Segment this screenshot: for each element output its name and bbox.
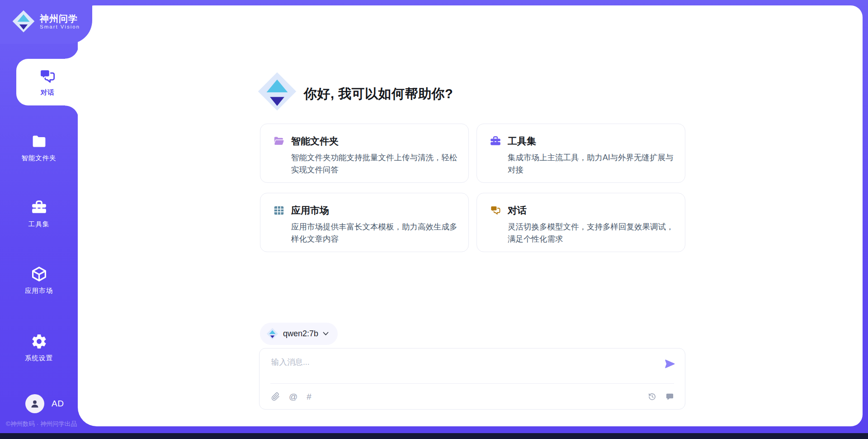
avatar	[25, 394, 44, 413]
card-description: 灵活切换多模型文件，支持多样回复效果调试，满足个性化需求	[508, 221, 677, 245]
sidebar-item-toolbox[interactable]: 工具集	[0, 199, 78, 229]
feature-cards: 智能文件夹 智能文件夹功能支持批量文件上传与清洗，轻松实现文件问答 工具集 集成…	[260, 124, 685, 252]
sidebar-item-settings[interactable]: 系统设置	[0, 333, 78, 363]
card-title: 工具集	[508, 135, 536, 148]
message-icon[interactable]	[665, 392, 674, 401]
toolbox-icon	[490, 135, 501, 147]
hashtag-icon[interactable]: #	[307, 392, 311, 401]
bottom-bar	[0, 433, 868, 439]
sidebar-item-label: 对话	[41, 88, 55, 97]
message-input[interactable]	[271, 358, 658, 367]
card-toolbox[interactable]: 工具集 集成市场上主流工具，助力AI与外界无缝扩展与对接	[476, 124, 685, 183]
user-initials: AD	[52, 399, 64, 409]
folder-open-icon	[273, 135, 285, 147]
composer-toolbar: @ #	[271, 389, 674, 404]
person-icon	[29, 398, 40, 409]
card-description: 智能文件夹功能支持批量文件上传与清洗，轻松实现文件问答	[291, 152, 460, 176]
sidebar-item-label: 系统设置	[25, 354, 53, 363]
card-title: 对话	[508, 204, 527, 217]
brand-subtitle: Smart Vision	[40, 24, 80, 29]
card-title: 智能文件夹	[291, 135, 339, 148]
mention-icon[interactable]: @	[289, 392, 297, 401]
model-name: qwen2:7b	[283, 329, 318, 339]
sidebar-item-label: 智能文件夹	[21, 154, 57, 162]
card-smart-folder[interactable]: 智能文件夹 智能文件夹功能支持批量文件上传与清洗，轻松实现文件问答	[260, 124, 469, 183]
history-icon[interactable]	[648, 392, 656, 401]
card-title: 应用市场	[291, 204, 329, 217]
card-chat[interactable]: 对话 灵活切换多模型文件，支持多样回复效果调试，满足个性化需求	[476, 193, 685, 252]
sidebar-item-label: 工具集	[28, 220, 50, 229]
sidebar-footer-credit: ©神州数码 · 神州问学出品	[6, 420, 77, 428]
user-profile[interactable]: AD	[25, 394, 64, 413]
hero-diamond-icon	[257, 71, 297, 112]
sidebar-item-app-market[interactable]: 应用市场	[0, 266, 78, 295]
model-diamond-icon	[266, 328, 278, 340]
chat-icon	[490, 205, 501, 216]
attachment-icon[interactable]	[271, 392, 280, 401]
model-selector[interactable]: qwen2:7b	[260, 323, 338, 345]
cube-icon	[31, 266, 47, 282]
app-window: 神州问学 Smart Vision 对话 智能文件夹 工具集 应用市场 系统设置	[0, 0, 868, 439]
message-composer: @ #	[259, 348, 685, 410]
card-description: 集成市场上主流工具，助力AI与外界无缝扩展与对接	[508, 152, 677, 176]
greeting-title: 你好, 我可以如何帮助你?	[304, 85, 453, 103]
card-app-market[interactable]: 应用市场 应用市场提供丰富长文本模板，助力高效生成多样化文章内容	[260, 193, 469, 252]
gear-icon	[31, 333, 47, 350]
brand-logo: 神州问学 Smart Vision	[12, 10, 80, 33]
chevron-down-icon	[323, 332, 329, 336]
sidebar-item-smart-folder[interactable]: 智能文件夹	[0, 133, 78, 162]
folder-icon	[31, 133, 47, 150]
brand-diamond-icon	[12, 10, 35, 33]
sidebar-item-label: 应用市场	[25, 286, 53, 295]
chat-icon	[38, 67, 57, 86]
card-description: 应用市场提供丰富长文本模板，助力高效生成多样化文章内容	[291, 221, 460, 245]
brand-name: 神州问学	[40, 14, 80, 24]
composer-divider	[270, 383, 674, 384]
toolbox-icon	[31, 199, 47, 216]
grid-icon	[273, 205, 285, 216]
send-button[interactable]	[664, 358, 676, 370]
sidebar-item-chat[interactable]: 对话	[16, 59, 79, 105]
